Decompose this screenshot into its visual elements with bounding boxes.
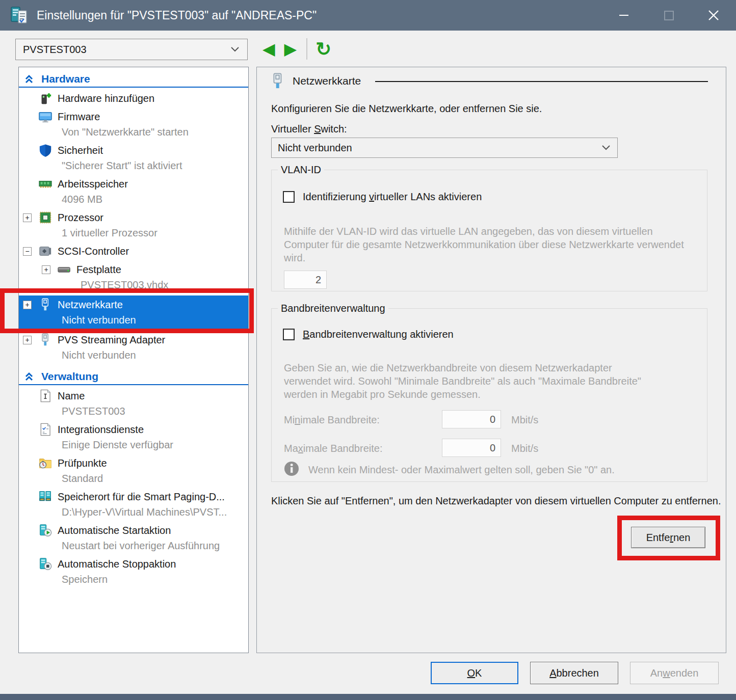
sidebar-item-sublabel: 4096 MB	[19, 192, 248, 207]
sidebar-item-sublabel: D:\Hyper-V\Virtual Machines\PVST...	[19, 504, 248, 520]
cancel-button[interactable]: Abbrechen	[530, 662, 618, 684]
settings-panel: Netzwerkkarte Konfigurieren Sie die Netz…	[256, 67, 726, 653]
scsi-controller-icon	[38, 244, 52, 258]
security-shield-icon	[38, 143, 52, 157]
vlan-enable-label: Identifizierung virtueller LANs aktivier…	[303, 191, 482, 203]
toolbar-separator	[306, 38, 307, 60]
memory-icon	[38, 177, 52, 191]
section-header-hardware[interactable]: Hardware	[19, 71, 248, 88]
sidebar-item-sublabel: Nicht verbunden	[19, 312, 248, 328]
sidebar-item-hardware-hinzufügen[interactable]: Hardware hinzufügen	[19, 91, 248, 106]
refresh-icon[interactable]: ↻	[312, 40, 334, 59]
vm-selector-value: PVSTEST003	[23, 44, 87, 56]
panel-intro-text: Konfigurieren Sie die Netzwerkkarte, ode…	[271, 103, 542, 115]
ok-button[interactable]: OK	[431, 662, 518, 684]
vm-selector-dropdown[interactable]: PVSTEST003	[15, 39, 248, 60]
section-title: Hardware	[41, 73, 90, 85]
collapse-icon[interactable]	[24, 74, 34, 84]
expander-spacer	[23, 459, 32, 468]
sidebar-item-label: Firmware	[58, 111, 100, 123]
expander-spacer	[23, 526, 32, 535]
expander-spacer	[23, 493, 32, 501]
name-icon	[38, 389, 52, 403]
sidebar-item-automatische-startaktion[interactable]: Automatische Startaktion	[19, 523, 248, 538]
virtual-switch-dropdown[interactable]: Nicht verbunden	[271, 138, 618, 158]
sidebar-item-pvs-streaming-adapter[interactable]: +PVS Streaming Adapter	[19, 332, 248, 347]
sidebar-item-sublabel: Speichern	[19, 572, 248, 587]
min-bandwidth-unit: Mbit/s	[511, 414, 538, 426]
sidebar-item-sublabel: PVSTEST003	[19, 403, 248, 419]
sidebar-item-automatische-stoppaktion[interactable]: Automatische Stoppaktion	[19, 556, 248, 572]
sidebar-item-label: Festplatte	[76, 264, 121, 276]
sidebar-item-sublabel: 1 virtueller Prozessor	[19, 225, 248, 240]
sidebar-item-festplatte[interactable]: +Festplatte	[19, 262, 248, 277]
sidebar-item-sublabel: Standard	[19, 471, 248, 486]
expander-spacer	[23, 425, 32, 434]
sidebar-item-scsi-controller[interactable]: −SCSI-Controller	[19, 244, 248, 259]
sidebar: HardwareHardware hinzufügenFirmwareVon "…	[18, 67, 249, 653]
collapse-box-icon[interactable]: −	[23, 247, 32, 256]
bandwidth-enable-checkbox[interactable]	[283, 329, 295, 340]
sidebar-item-integrationsdienste[interactable]: Integrationsdienste	[19, 422, 248, 437]
processor-icon	[38, 210, 52, 225]
sidebar-item-label: Sicherheit	[58, 145, 103, 156]
network-adapter-icon	[38, 298, 52, 312]
close-icon[interactable]	[691, 0, 736, 31]
sidebar-item-sublabel: Nicht verbunden	[19, 347, 248, 363]
expand-box-icon[interactable]: +	[23, 336, 32, 344]
sidebar-item-sublabel: Von "Netzwerkkarte" starten	[19, 124, 248, 140]
network-adapter-icon	[271, 71, 284, 91]
sidebar-item-sublabel: Neustart bei vorheriger Ausführung	[19, 538, 248, 553]
virtual-switch-value: Nicht verbunden	[278, 142, 352, 154]
minimize-icon[interactable]	[601, 0, 646, 31]
forward-icon[interactable]: ▶	[280, 41, 302, 57]
sidebar-item-label: PVS Streaming Adapter	[58, 334, 165, 346]
sidebar-item-label: Arbeitsspeicher	[58, 178, 128, 190]
max-bandwidth-input[interactable]	[442, 439, 501, 457]
expand-box-icon[interactable]: +	[23, 301, 32, 309]
vlan-group-title: VLAN-ID	[278, 164, 324, 176]
titlebar: Einstellungen für "PVSTEST003" auf "ANDR…	[0, 0, 736, 31]
sidebar-item-sublabel: Einige Dienste verfügbar	[19, 437, 248, 452]
vlan-enable-checkbox[interactable]	[283, 191, 295, 203]
sidebar-item-prüfpunkte[interactable]: Prüfpunkte	[19, 455, 248, 471]
firmware-monitor-icon	[38, 110, 52, 124]
sidebar-item-sicherheit[interactable]: Sicherheit	[19, 143, 248, 158]
sidebar-item-prozessor[interactable]: +Prozessor	[19, 210, 248, 225]
sidebar-item-name[interactable]: Name	[19, 388, 248, 403]
sidebar-item-label: Speicherort für die Smart Paging-D...	[58, 491, 225, 503]
integration-services-icon	[38, 422, 52, 437]
apply-button[interactable]: Anwenden	[630, 662, 719, 684]
checkpoints-icon	[38, 456, 52, 470]
expander-spacer	[23, 113, 32, 121]
sidebar-item-label: Integrationsdienste	[58, 424, 144, 436]
add-hardware-icon	[38, 91, 52, 105]
expander-spacer	[23, 392, 32, 400]
expand-box-icon[interactable]: +	[23, 213, 32, 222]
vlan-id-input[interactable]	[284, 271, 327, 289]
expand-box-icon[interactable]: +	[42, 265, 50, 274]
sidebar-selected-item-block[interactable]: +NetzwerkkarteNicht verbunden	[19, 295, 248, 329]
vlan-description: Mithilfe der VLAN-ID wird das virtuelle …	[284, 225, 694, 264]
sidebar-item-sublabel: "Sicherer Start" ist aktiviert	[19, 158, 248, 173]
expander-spacer	[23, 146, 32, 155]
sidebar-item-netzwerkkarte[interactable]: +Netzwerkkarte	[19, 297, 248, 312]
sidebar-item-label: SCSI-Controller	[58, 246, 129, 257]
sidebar-item-label: Netzwerkkarte	[58, 299, 123, 311]
section-header-verwaltung[interactable]: Verwaltung	[19, 369, 248, 385]
sidebar-item-arbeitsspeicher[interactable]: Arbeitsspeicher	[19, 176, 248, 192]
panel-title: Netzwerkkarte	[293, 75, 361, 87]
sidebar-item-sublabel: PVSTEST003.vhdx	[19, 277, 248, 292]
window-controls	[601, 0, 736, 31]
sidebar-item-speicherort-für-die-smart-paging-d[interactable]: Speicherort für die Smart Paging-D...	[19, 489, 248, 504]
remove-button[interactable]: Entfernen	[631, 527, 705, 548]
back-icon[interactable]: ◀	[258, 41, 280, 57]
header-rule	[375, 81, 708, 82]
min-bandwidth-input[interactable]	[442, 410, 501, 428]
vlan-id-group: VLAN-ID Identifizierung virtueller LANs …	[271, 164, 707, 291]
sidebar-item-firmware[interactable]: Firmware	[19, 109, 248, 124]
window-bottom-edge	[0, 694, 736, 700]
maximize-icon[interactable]	[646, 0, 691, 31]
collapse-icon[interactable]	[24, 371, 34, 382]
navigation-toolbar: ◀ ▶ ↻	[258, 37, 334, 61]
